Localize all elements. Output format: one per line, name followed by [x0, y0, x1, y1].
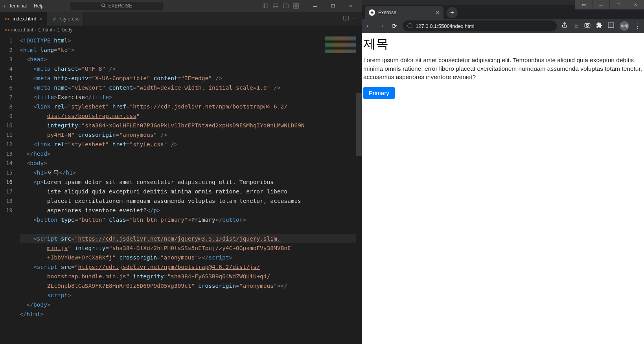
breadcrumb-html[interactable]: ⬡html	[38, 27, 52, 33]
tag-icon: ⬡	[57, 28, 61, 33]
tab-close-icon[interactable]: ×	[38, 16, 43, 22]
split-editor-icon[interactable]	[343, 15, 349, 22]
breadcrumb-separator-icon: ›	[35, 27, 36, 33]
menu-terminal[interactable]: Terminal	[6, 2, 30, 10]
page-paragraph: Lorem ipsum dolor sit amet consectetur a…	[363, 56, 642, 81]
browser-tab-exercise[interactable]: ◉ Exercise ✕	[365, 6, 443, 19]
rendered-page: 제목 Lorem ipsum dolor sit amet consectetu…	[362, 33, 644, 344]
code-editor[interactable]: <!DOCTYPE html><html lang="ko"> <head> <…	[20, 34, 362, 344]
window-close-icon[interactable]: ✕	[342, 0, 359, 12]
line-number-gutter: 12345678910111213141516171819	[0, 34, 20, 344]
minimap[interactable]	[325, 36, 356, 55]
address-bar[interactable]: ⓘ 127.0.0.1:5500/index.html	[403, 20, 557, 31]
site-info-icon[interactable]: ⓘ	[407, 22, 412, 29]
svg-rect-6	[283, 4, 288, 8]
browser-unknown-icon[interactable]: ▭	[575, 0, 592, 9]
window-minimize-icon[interactable]: ―	[306, 0, 324, 12]
search-text: EXERCISE	[108, 3, 132, 9]
tab-style-css[interactable]: # style.css	[47, 12, 84, 26]
vertical-scrollbar[interactable]	[356, 34, 362, 344]
nav-forward-icon[interactable]: →	[60, 3, 65, 9]
browser-window: ▭ ― ☐ ✕ ◉ Exercise ✕ + ← → ⟳ ⓘ 127.0.0.1…	[362, 0, 644, 344]
svg-rect-2	[263, 4, 268, 8]
tab-label: style.css	[60, 16, 79, 22]
editor-area: 12345678910111213141516171819 <!DOCTYPE …	[0, 34, 362, 344]
svg-rect-10	[294, 6, 296, 8]
layout-customize-icon[interactable]	[293, 3, 299, 9]
breadcrumb-separator-icon: ›	[53, 27, 55, 33]
menubar: n Terminal Help ← → EXERCISE ― ☐ ✕	[0, 0, 362, 12]
menubar-truncated: n	[2, 3, 5, 9]
html-file-icon: <>	[5, 28, 10, 32]
layout-panel-icon[interactable]	[272, 3, 279, 9]
page-heading: 제목	[363, 35, 642, 53]
svg-rect-9	[296, 4, 298, 6]
camera-icon[interactable]	[584, 22, 591, 30]
bookmark-star-icon[interactable]: ☆	[573, 22, 579, 30]
search-icon	[101, 3, 106, 9]
url-text: 127.0.0.1:5500/index.html	[416, 23, 475, 29]
browser-toolbar: ← → ⟳ ⓘ 127.0.0.1:5500/index.html ☆ 혜혜 ⋮	[362, 19, 644, 33]
tag-icon: ⬡	[38, 28, 42, 33]
tab-index-html[interactable]: <> index.html ×	[0, 12, 47, 26]
nav-back-icon[interactable]: ←	[52, 3, 56, 9]
vscode-window: n Terminal Help ← → EXERCISE ― ☐ ✕ <>	[0, 0, 362, 344]
breadcrumbs: <>index.html › ⬡html › ⬡body	[0, 26, 362, 34]
menu-help[interactable]: Help	[31, 2, 47, 10]
svg-rect-4	[273, 4, 278, 8]
share-icon[interactable]	[561, 22, 568, 30]
window-maximize-icon[interactable]: ☐	[324, 0, 342, 12]
new-tab-button[interactable]: +	[447, 7, 458, 18]
tab-close-icon[interactable]: ✕	[436, 10, 440, 15]
svg-rect-11	[296, 6, 298, 8]
browser-back-icon[interactable]: ←	[365, 22, 373, 29]
browser-tab-title: Exercise	[378, 10, 396, 15]
editor-tabbar: <> index.html × # style.css ···	[0, 12, 362, 26]
svg-point-0	[102, 4, 105, 7]
browser-minimize-icon[interactable]: ―	[592, 0, 609, 9]
tab-label: index.html	[13, 16, 36, 22]
primary-button[interactable]: Primary	[363, 87, 395, 99]
scrollbar-thumb[interactable]	[356, 93, 362, 156]
browser-forward-icon[interactable]: →	[377, 22, 385, 29]
html-file-icon: <>	[4, 16, 10, 22]
page-favicon-icon: ◉	[369, 9, 375, 16]
more-actions-icon[interactable]: ···	[353, 15, 358, 22]
browser-reload-icon[interactable]: ⟳	[390, 22, 398, 30]
command-center-search[interactable]: EXERCISE	[70, 2, 164, 10]
breadcrumb-body[interactable]: ⬡body	[57, 27, 72, 33]
svg-line-1	[105, 6, 106, 7]
browser-maximize-icon[interactable]: ☐	[609, 0, 627, 9]
svg-rect-8	[294, 4, 296, 6]
css-file-icon: #	[51, 16, 57, 22]
profile-avatar[interactable]: 혜혜	[620, 21, 629, 31]
browser-menu-icon[interactable]: ⋮	[635, 22, 641, 30]
reading-list-icon[interactable]	[608, 22, 614, 30]
breadcrumb-file[interactable]: <>index.html	[5, 27, 33, 33]
layout-sidebar-right-icon[interactable]	[283, 3, 289, 9]
browser-close-icon[interactable]: ✕	[627, 0, 644, 9]
svg-point-16	[586, 24, 588, 26]
extensions-icon[interactable]	[596, 22, 602, 30]
layout-sidebar-left-icon[interactable]	[262, 3, 269, 9]
